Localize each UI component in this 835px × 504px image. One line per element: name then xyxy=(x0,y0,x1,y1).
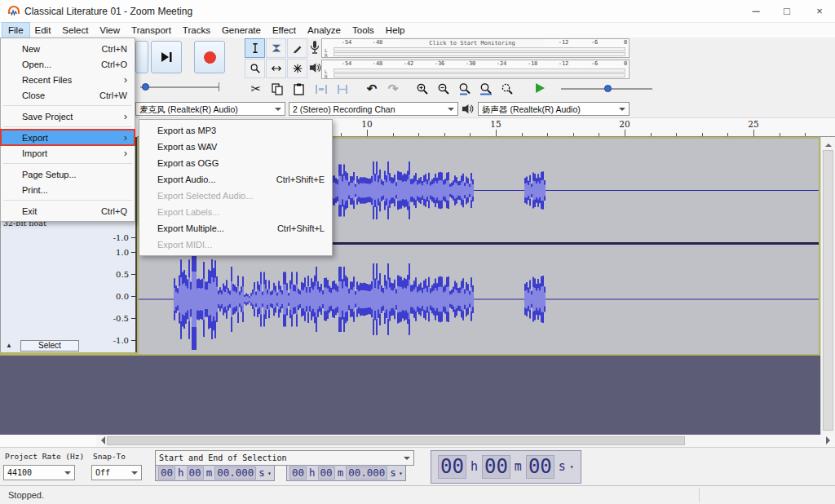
menubar-item-transport[interactable]: Transport xyxy=(126,23,177,38)
close-button[interactable]: × xyxy=(807,3,832,20)
menu-item-export-as-ogg[interactable]: Export as OGG xyxy=(139,155,332,171)
recording-device-select[interactable]: 麦克风 (Realtek(R) Audio) xyxy=(135,102,285,116)
zoom-toggle-icon xyxy=(501,82,514,95)
menu-item-export[interactable]: Export› xyxy=(1,130,135,145)
time-digit-group[interactable]: 00 xyxy=(187,466,204,480)
time-digit-group[interactable]: 00 xyxy=(482,455,510,480)
menubar-item-select[interactable]: Select xyxy=(56,23,94,38)
vertical-scrollbar-thumb[interactable] xyxy=(823,150,833,431)
recording-meter[interactable]: -54-48-42-36-30-24-18-12-60 L R Click to… xyxy=(321,38,630,58)
play-speed-slider-thumb[interactable] xyxy=(604,85,612,92)
menu-item-label: Page Setup... xyxy=(22,170,77,179)
selection-toolbar: Project Rate (Hz) 44100 Snap-To Off Star… xyxy=(0,447,835,485)
zoom-fit-icon xyxy=(479,82,493,95)
volume-slider-thumb[interactable] xyxy=(142,83,149,91)
file-menu: NewCtrl+NOpen...Ctrl+ORecent Files›Close… xyxy=(0,38,135,222)
menubar-item-effect[interactable]: Effect xyxy=(267,23,302,38)
time-digit-group[interactable]: 00 xyxy=(158,466,175,480)
playback-device-select[interactable]: 扬声器 (Realtek(R) Audio) xyxy=(478,102,630,116)
meter-scale-number: -48 xyxy=(373,39,383,46)
vruler-tick xyxy=(131,252,135,253)
menu-item-label: Export as MP3 xyxy=(157,126,216,135)
transport-button-partial[interactable] xyxy=(135,41,148,73)
menu-item-close[interactable]: CloseCtrl+W xyxy=(1,87,135,103)
menu-item-new[interactable]: NewCtrl+N xyxy=(1,41,135,56)
menu-item-print[interactable]: Print... xyxy=(1,182,135,197)
time-digit-group[interactable]: 00 xyxy=(289,466,307,480)
menu-item-exit[interactable]: ExitCtrl+Q xyxy=(1,203,135,219)
vertical-scrollbar[interactable] xyxy=(820,137,835,435)
project-rate-select[interactable]: 44100 xyxy=(3,465,75,480)
recording-channels-select[interactable]: 2 (Stereo) Recording Chan xyxy=(289,102,458,116)
menubar-item-analyze[interactable]: Analyze xyxy=(302,23,347,38)
menubar-item-help[interactable]: Help xyxy=(380,23,411,38)
undo-button[interactable]: ↶ xyxy=(362,80,382,98)
horizontal-scrollbar-thumb[interactable] xyxy=(107,436,685,445)
menu-item-export-as-wav[interactable]: Export as WAV xyxy=(139,139,332,155)
zoom-fit-button[interactable] xyxy=(476,80,496,98)
timeshift-tool-button[interactable] xyxy=(266,59,286,78)
submenu-arrow-icon: › xyxy=(124,133,127,142)
minimize-button[interactable]: ─ xyxy=(744,3,768,20)
time-unit-label: h xyxy=(178,468,184,479)
menu-item-export-audio[interactable]: Export Audio...Ctrl+Shift+E xyxy=(139,171,332,188)
record-button[interactable] xyxy=(194,41,225,73)
vruler-tick xyxy=(131,318,135,319)
multi-tool-button[interactable] xyxy=(287,59,307,78)
menu-item-export-selected-audio: Export Selected Audio... xyxy=(139,188,332,204)
menubar-item-edit[interactable]: Edit xyxy=(29,23,57,38)
horizontal-scrollbar[interactable] xyxy=(96,435,835,447)
menu-item-import[interactable]: Import› xyxy=(1,145,135,161)
menubar-item-file[interactable]: File xyxy=(2,23,29,38)
envelope-tool-button[interactable] xyxy=(266,38,286,58)
microphone-icon[interactable] xyxy=(309,40,320,56)
paste-button[interactable] xyxy=(289,80,308,98)
menu-item-save-project[interactable]: Save Project› xyxy=(1,108,135,124)
meter-scale-number: -6 xyxy=(591,60,598,67)
time-digit-group[interactable]: 00 xyxy=(526,455,554,480)
draw-tool-button[interactable] xyxy=(287,38,307,58)
selection-tool-button[interactable] xyxy=(245,38,265,58)
menubar-item-tools[interactable]: Tools xyxy=(347,23,380,38)
menu-item-recent-files[interactable]: Recent Files› xyxy=(1,72,135,87)
time-format-menu-arrow[interactable]: ▾ xyxy=(267,470,272,477)
track-select-button[interactable]: Select xyxy=(20,340,79,351)
zoom-toggle-button[interactable] xyxy=(497,80,517,98)
statusbar-separator xyxy=(699,488,700,502)
cut-button[interactable]: ✂ xyxy=(246,80,266,98)
collapse-icon: ▲ xyxy=(6,342,12,349)
audio-position-display[interactable]: 00h00m00s▾ xyxy=(431,450,581,484)
ruler-label: 20 xyxy=(619,119,630,129)
selection-end-field[interactable]: 00h00m00.000s▾ xyxy=(286,465,406,481)
time-format-menu-arrow[interactable]: ▾ xyxy=(570,463,574,471)
maximize-button[interactable]: □ xyxy=(775,3,799,20)
time-digit-group[interactable]: 00.000 xyxy=(346,466,387,480)
copy-button[interactable] xyxy=(267,80,287,98)
waveform-right-channel[interactable] xyxy=(139,245,819,354)
time-digit-group[interactable]: 00 xyxy=(318,466,335,480)
skip-to-end-button[interactable] xyxy=(151,41,182,73)
menubar-item-generate[interactable]: Generate xyxy=(216,23,267,38)
time-digit-group[interactable]: 00 xyxy=(438,455,466,480)
menu-item-page-setup[interactable]: Page Setup... xyxy=(1,166,135,182)
menu-item-export-as-mp3[interactable]: Export as MP3 xyxy=(139,122,332,139)
zoom-out-button[interactable] xyxy=(434,80,453,98)
time-format-menu-arrow[interactable]: ▾ xyxy=(399,470,403,477)
snap-to-select[interactable]: Off xyxy=(91,465,142,480)
ruler-tick xyxy=(702,133,703,136)
zoom-tool-button[interactable] xyxy=(245,59,265,78)
zoom-selection-button[interactable] xyxy=(455,80,475,98)
time-digit-group[interactable]: 00.000 xyxy=(214,466,256,480)
play-at-speed-button[interactable] xyxy=(530,79,550,97)
zoom-in-button[interactable] xyxy=(413,80,432,98)
menu-item-export-multiple[interactable]: Export Multiple...Ctrl+Shift+L xyxy=(139,220,332,237)
speaker-icon[interactable] xyxy=(309,61,321,74)
menu-item-open[interactable]: Open...Ctrl+O xyxy=(1,56,135,72)
selection-start-field[interactable]: 00h00m00.000s▾ xyxy=(155,465,275,481)
selection-mode-select[interactable]: Start and End of Selection xyxy=(155,450,414,466)
monitoring-hint[interactable]: Click to Start Monitoring xyxy=(400,39,544,47)
collapse-track-button[interactable]: ▲ xyxy=(2,341,15,351)
menubar-item-view[interactable]: View xyxy=(94,23,126,38)
menubar-item-tracks[interactable]: Tracks xyxy=(177,23,216,38)
playback-meter[interactable]: -54-48-42-36-30-24-18-12-60 L R xyxy=(321,60,630,79)
